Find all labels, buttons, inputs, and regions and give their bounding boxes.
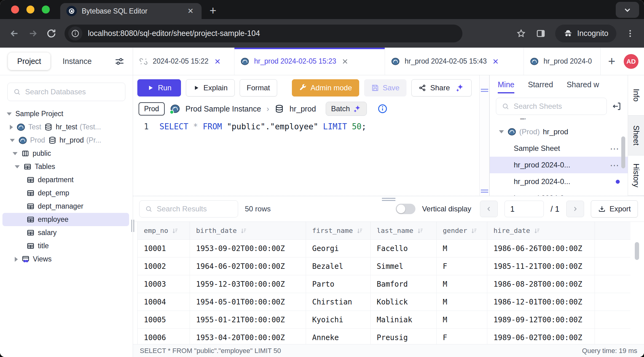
sheet-list-item[interactable]: hr_prod 2024-0... ⋯ xyxy=(490,119,628,124)
sort-icon[interactable] xyxy=(172,227,179,234)
table-cell[interactable]: 10006 xyxy=(138,329,190,344)
tree-item[interactable]: Sample Project xyxy=(0,107,133,120)
column-header[interactable]: gender xyxy=(437,222,487,240)
sidebar-tab[interactable]: Instance xyxy=(53,53,101,70)
tree-item[interactable]: dept_emp xyxy=(0,186,133,200)
tree-settings-icon[interactable] xyxy=(114,56,125,67)
table-cell[interactable]: 1959-12-03T00:00:00Z xyxy=(190,275,306,293)
sheet-list-item[interactable]: hr_prod 2024-0... xyxy=(490,173,628,190)
sort-icon[interactable] xyxy=(471,227,477,234)
right-strip-tab[interactable]: Sheet xyxy=(628,116,644,156)
tree-item[interactable]: salary xyxy=(0,226,133,239)
info-icon[interactable] xyxy=(377,104,388,114)
tree-item[interactable]: Tables xyxy=(0,160,133,173)
sheet-list-item[interactable]: Sample Sheet ⋯ xyxy=(490,140,628,157)
save-button[interactable]: Save xyxy=(364,79,407,96)
table-cell[interactable]: 1985-11-21T00:00:00Z xyxy=(487,257,595,275)
table-cell[interactable]: Maliniak xyxy=(371,311,437,329)
right-strip-tab[interactable]: History xyxy=(628,155,644,196)
forward-icon[interactable] xyxy=(28,28,38,39)
caret-icon[interactable] xyxy=(7,112,12,116)
column-header[interactable]: last_name xyxy=(371,222,437,240)
vertical-display-toggle[interactable] xyxy=(396,204,415,214)
database-search[interactable] xyxy=(7,83,125,101)
sheet-panel-tab[interactable]: Starred xyxy=(528,80,553,93)
sheet-item-menu-icon[interactable]: ⋯ xyxy=(610,119,620,121)
column-header[interactable]: first_name xyxy=(306,222,371,240)
sheet-tab-close-icon[interactable] xyxy=(342,58,348,65)
batch-button[interactable]: Batch xyxy=(326,102,367,116)
tree-item[interactable]: employee xyxy=(2,213,129,226)
caret-icon[interactable] xyxy=(15,165,20,168)
table-cell[interactable]: 10002 xyxy=(138,257,190,275)
sheet-panel-tab[interactable]: Mine xyxy=(498,80,514,93)
table-cell[interactable]: 1986-08-28T00:00:00Z xyxy=(487,275,595,293)
panel-resize-divider[interactable] xyxy=(479,75,489,196)
prev-page-button[interactable] xyxy=(480,201,498,217)
table-cell[interactable]: 10001 xyxy=(138,240,190,257)
sort-icon[interactable] xyxy=(240,227,247,234)
new-tab-button[interactable]: + xyxy=(202,4,224,19)
table-cell[interactable]: Anneke xyxy=(306,329,371,344)
results-scrollbar[interactable] xyxy=(635,242,639,260)
table-cell[interactable]: M xyxy=(437,293,487,311)
sql-code-editor[interactable]: 1 SELECT * FROM "public"."employee" LIMI… xyxy=(133,120,479,196)
right-strip-tab[interactable]: Info xyxy=(628,75,644,116)
table-cell[interactable]: Preusig xyxy=(371,329,437,344)
table-cell[interactable]: Kyoichi xyxy=(306,311,371,329)
instance-name[interactable]: Prod Sample Instance xyxy=(186,104,261,113)
browser-tab[interactable]: Bytebase SQL Editor ✕ xyxy=(60,3,202,19)
back-icon[interactable] xyxy=(9,28,20,39)
reload-icon[interactable] xyxy=(46,28,57,39)
table-cell[interactable]: F xyxy=(437,329,487,344)
sheet-tab[interactable]: hr_prod 2024-02-05 15:43 xyxy=(385,48,524,75)
sheet-list-scrollbar[interactable] xyxy=(621,136,625,168)
table-cell[interactable]: Chirstian xyxy=(306,293,371,311)
sheet-item-menu-icon[interactable]: ⋯ xyxy=(610,143,620,154)
collapse-panel-icon[interactable] xyxy=(612,101,622,111)
sidebar-resize-handle[interactable] xyxy=(131,220,135,232)
database-name[interactable]: hr_prod xyxy=(289,104,316,113)
horizontal-resize-grip[interactable] xyxy=(382,198,395,201)
database-search-input[interactable] xyxy=(25,88,120,96)
table-cell[interactable]: Bamford xyxy=(371,275,437,293)
caret-icon[interactable] xyxy=(10,125,13,130)
column-header[interactable]: emp_no xyxy=(138,222,190,240)
export-button[interactable]: Export xyxy=(591,200,638,218)
add-sheet-button[interactable]: + xyxy=(601,48,623,75)
column-header[interactable]: hire_date xyxy=(487,222,595,240)
sheet-tab-close-icon[interactable] xyxy=(214,58,221,65)
tab-search-button[interactable] xyxy=(616,2,639,18)
sort-icon[interactable] xyxy=(417,227,424,234)
caret-icon[interactable] xyxy=(13,152,18,155)
site-info-icon[interactable] xyxy=(68,26,82,41)
sheet-list-item[interactable]: hr_prod 2024-0... ⋯ xyxy=(490,157,628,173)
tree-item[interactable]: title xyxy=(0,239,133,253)
share-button[interactable]: Share xyxy=(411,79,472,96)
sheet-panel-tab[interactable]: Shared w xyxy=(567,80,599,93)
sheet-item-menu-icon[interactable]: ⋯ xyxy=(610,160,620,171)
tree-item[interactable]: Test hr_test (Test... xyxy=(0,120,133,134)
browser-menu-icon[interactable] xyxy=(626,29,635,38)
admin-mode-button[interactable]: Admin mode xyxy=(292,79,359,96)
resize-grip-icon[interactable] xyxy=(481,89,488,92)
table-cell[interactable]: Koblick xyxy=(371,293,437,311)
table-cell[interactable]: M xyxy=(437,311,487,329)
table-cell[interactable]: 10005 xyxy=(138,311,190,329)
table-cell[interactable]: 1953-04-20T00:00:00Z xyxy=(190,329,306,344)
tree-item[interactable]: dept_manager xyxy=(0,200,133,213)
table-cell[interactable]: Parto xyxy=(306,275,371,293)
sheet-search[interactable] xyxy=(496,98,607,115)
browser-tab-close-icon[interactable]: ✕ xyxy=(186,7,195,15)
tree-item[interactable]: public xyxy=(0,147,133,160)
run-button[interactable]: Run xyxy=(137,79,181,96)
table-cell[interactable]: F xyxy=(437,257,487,275)
close-window-button[interactable] xyxy=(11,6,19,14)
sheet-list-item[interactable]: hr_prod 2024-0... xyxy=(490,190,628,196)
tree-item[interactable]: Views xyxy=(0,253,133,266)
bookmark-star-icon[interactable] xyxy=(516,28,526,39)
sheet-tab[interactable]: hr_prod 2024-0 xyxy=(524,48,601,75)
table-cell[interactable]: 1986-12-01T00:00:00Z xyxy=(487,293,595,311)
page-number-input[interactable] xyxy=(505,201,544,217)
sort-icon[interactable] xyxy=(356,227,363,234)
